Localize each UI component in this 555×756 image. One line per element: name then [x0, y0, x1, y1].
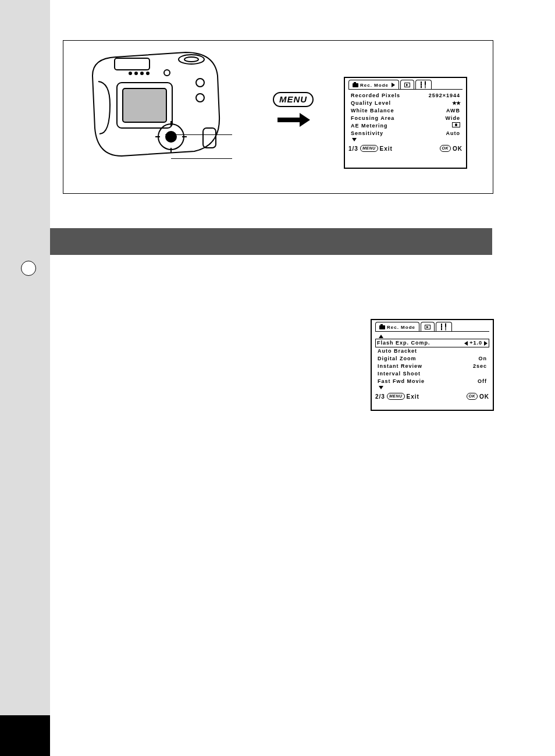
- page-indicator: 2/3: [375, 393, 385, 400]
- metering-icon: [452, 122, 460, 127]
- menu-item[interactable]: Focusing Area Wide: [350, 115, 461, 122]
- menu-item-value: ★★: [452, 100, 460, 107]
- svg-point-10: [129, 72, 131, 74]
- exit-label: Exit: [407, 393, 419, 400]
- more-above-indicator: [376, 334, 488, 339]
- camera-icon: [353, 83, 358, 87]
- menu-item-label: Instant Review: [378, 363, 422, 370]
- chevron-right-icon: [392, 83, 395, 87]
- menu-item-value: On: [479, 355, 488, 363]
- menu-pill-icon: MENU: [387, 393, 405, 400]
- menu-body: Recorded Pixels 2592×1944 Quality Level …: [348, 89, 462, 143]
- svg-point-7: [196, 79, 204, 87]
- figure-panel: MENU Rec. Mode ┇╿ Recorded Pixels 2592×1…: [63, 40, 493, 194]
- menu-tabs: Rec. Mode ┇╿: [372, 320, 493, 331]
- menu-item[interactable]: Digital Zoom On: [376, 355, 488, 363]
- menu-item-value: Off: [478, 378, 487, 385]
- ok-label: OK: [479, 393, 489, 400]
- menu-item-label: Fast Fwd Movie: [378, 378, 425, 385]
- tab-setup[interactable]: ┇╿: [415, 80, 432, 89]
- menu-item-value: 2592×1944: [429, 92, 460, 100]
- wrench-icon: ┇╿: [440, 325, 448, 329]
- menu-pill-icon: MENU: [360, 145, 378, 152]
- menu-item-label: Flash Exp. Comp.: [377, 339, 431, 347]
- ok-pill-icon: OK: [467, 393, 478, 400]
- menu-item-label: Digital Zoom: [378, 355, 417, 363]
- camera-icon: [379, 325, 385, 329]
- menu-item-value: [452, 122, 460, 130]
- menu-item-label: Quality Level: [351, 100, 391, 107]
- callout-line: [171, 158, 232, 159]
- menu-item[interactable]: Quality Level ★★: [350, 100, 461, 107]
- svg-marker-16: [300, 113, 310, 127]
- menu-item-value: 2sec: [473, 363, 487, 370]
- menu-footer: 2/3 MENU Exit OK OK: [372, 391, 493, 402]
- menu-item-value: Auto: [446, 130, 461, 137]
- svg-rect-1: [123, 88, 166, 122]
- menu-item-selected[interactable]: Flash Exp. Comp. +1.0: [375, 339, 489, 347]
- menu-item-value: Wide: [446, 115, 460, 122]
- camera-illustration: [81, 47, 244, 163]
- menu-item-label: Auto Bracket: [378, 347, 417, 355]
- sidebar-footer-block: [0, 715, 50, 756]
- tab-rec-mode[interactable]: Rec. Mode: [348, 80, 399, 89]
- page-sidebar: [0, 0, 50, 756]
- menu-item[interactable]: Instant Review 2sec: [376, 363, 488, 370]
- exit-label: Exit: [380, 145, 393, 152]
- svg-rect-6: [115, 58, 150, 70]
- menu-item[interactable]: White Balance AWB: [350, 107, 461, 115]
- ok-pill-icon: OK: [440, 145, 451, 152]
- menu-item-label: AE Metering: [351, 122, 388, 130]
- menu-item[interactable]: Fast Fwd Movie Off: [376, 378, 488, 385]
- chevron-left-icon[interactable]: [464, 341, 468, 346]
- tab-label: Rec. Mode: [387, 325, 415, 330]
- menu-item-value: AWB: [446, 107, 460, 115]
- page-indicator: 1/3: [348, 145, 358, 152]
- lcd-screen-1: Rec. Mode ┇╿ Recorded Pixels 2592×1944 Q…: [344, 77, 467, 169]
- menu-item[interactable]: Auto Bracket: [376, 347, 488, 355]
- menu-item[interactable]: Sensitivity Auto: [350, 130, 461, 137]
- svg-point-11: [135, 72, 137, 74]
- section-tab-marker: [21, 261, 36, 276]
- svg-point-13: [147, 72, 149, 74]
- menu-button-label: MENU: [273, 92, 314, 107]
- tab-label: Rec. Mode: [360, 83, 389, 88]
- more-below-indicator: [376, 385, 488, 390]
- menu-item-value: +1.0: [469, 339, 482, 347]
- menu-item-label: White Balance: [351, 107, 394, 115]
- ok-label: OK: [453, 145, 462, 152]
- menu-item-value-wrap: +1.0: [464, 339, 488, 347]
- menu-item-label: Focusing Area: [351, 115, 394, 122]
- more-below-indicator: [350, 137, 461, 142]
- playback-icon: [425, 325, 431, 329]
- section-heading-band: [50, 228, 492, 255]
- svg-point-5: [184, 57, 198, 62]
- menu-item-label: Interval Shoot: [378, 370, 421, 378]
- svg-point-14: [164, 70, 170, 76]
- tab-playback[interactable]: [400, 80, 414, 89]
- menu-footer: 1/3 MENU Exit OK OK: [345, 143, 466, 154]
- arrow-right-icon: [278, 113, 310, 129]
- chevron-right-icon[interactable]: [484, 341, 488, 346]
- wrench-icon: ┇╿: [419, 83, 428, 87]
- svg-point-8: [196, 94, 204, 102]
- lcd-screen-2: Rec. Mode ┇╿ Flash Exp. Comp. +1.0 Auto …: [371, 319, 494, 411]
- menu-tabs: Rec. Mode ┇╿: [345, 78, 466, 89]
- tab-rec-mode[interactable]: Rec. Mode: [375, 322, 419, 331]
- menu-item[interactable]: Interval Shoot: [376, 370, 488, 378]
- menu-item[interactable]: Recorded Pixels 2592×1944: [350, 92, 461, 100]
- menu-body: Flash Exp. Comp. +1.0 Auto Bracket Digit…: [375, 331, 489, 391]
- svg-rect-15: [278, 118, 300, 122]
- svg-point-12: [141, 72, 143, 74]
- menu-item-label: Sensitivity: [351, 130, 383, 137]
- callout-line: [165, 134, 232, 135]
- menu-item-label: Recorded Pixels: [351, 92, 400, 100]
- playback-icon: [404, 83, 410, 87]
- svg-point-3: [166, 132, 176, 142]
- menu-item[interactable]: AE Metering: [350, 122, 461, 130]
- tab-setup[interactable]: ┇╿: [436, 322, 452, 331]
- svg-point-4: [179, 55, 204, 64]
- tab-playback[interactable]: [421, 322, 435, 331]
